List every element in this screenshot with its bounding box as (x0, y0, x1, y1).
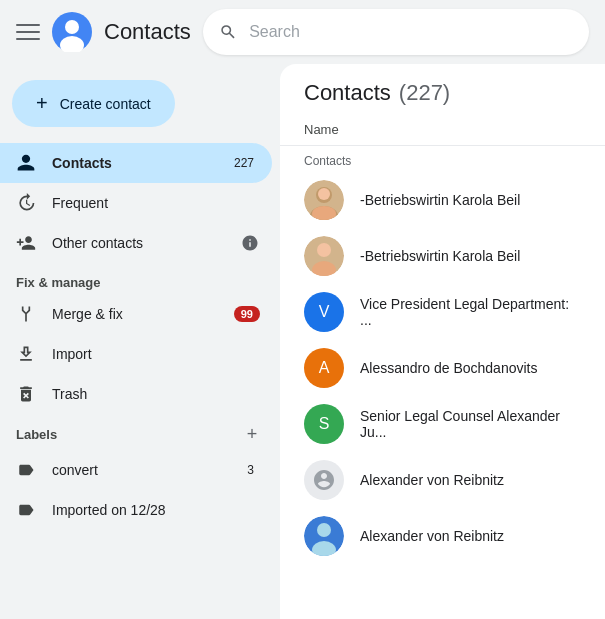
add-label-button[interactable]: + (240, 422, 264, 446)
app-title: Contacts (104, 19, 191, 45)
merge-icon (16, 304, 36, 324)
svg-point-9 (317, 243, 331, 257)
table-row[interactable]: -Betriebswirtin Karola Beil (280, 228, 605, 284)
app-logo (52, 12, 92, 52)
contact-name: Alexander von Reibnitz (360, 528, 504, 544)
create-contact-button[interactable]: + Create contact (12, 80, 175, 127)
contacts-count: (227) (399, 80, 450, 106)
person-icon (16, 153, 36, 173)
labels-title: Labels (16, 427, 240, 442)
sidebar: + Create contact Contacts 227 Frequent O… (0, 64, 280, 619)
table-row[interactable]: Alexander von Reibnitz (280, 508, 605, 564)
table-row[interactable]: Alexander von Reibnitz (280, 452, 605, 508)
convert-count: 3 (241, 461, 260, 479)
table-row[interactable]: S Senior Legal Counsel Alexander Ju... (280, 396, 605, 452)
create-contact-label: Create contact (60, 96, 151, 112)
table-row[interactable]: V Vice President Legal Department: ... (280, 284, 605, 340)
contact-name: -Betriebswirtin Karola Beil (360, 248, 520, 264)
convert-label: convert (52, 462, 225, 478)
import-icon (16, 344, 36, 364)
fix-manage-header: Fix & manage (0, 263, 280, 294)
main-layout: + Create contact Contacts 227 Frequent O… (0, 64, 605, 619)
sidebar-item-convert[interactable]: convert 3 (0, 450, 272, 490)
contacts-badge: 227 (228, 154, 260, 172)
content-title: Contacts (227) (280, 80, 605, 122)
sidebar-item-imported[interactable]: Imported on 12/28 (0, 490, 272, 530)
label-convert-icon (16, 460, 36, 480)
topbar: Contacts (0, 0, 605, 64)
plus-icon: + (36, 92, 48, 115)
table-row[interactable]: A Alessandro de Bochdanovits (280, 340, 605, 396)
contact-name: Alessandro de Bochdanovits (360, 360, 537, 376)
imported-label: Imported on 12/28 (52, 502, 260, 518)
download-person-icon (16, 233, 36, 253)
frequent-label: Frequent (52, 195, 260, 211)
contacts-title: Contacts (304, 80, 391, 106)
svg-point-12 (317, 523, 331, 537)
contacts-section-label: Contacts (280, 146, 605, 172)
table-row[interactable]: -Betriebswirtin Karola Beil (280, 172, 605, 228)
name-column-header: Name (280, 122, 605, 146)
topbar-left: Contacts (16, 12, 191, 52)
content-area: Contacts (227) Name Contacts -Betriebswi… (280, 64, 605, 619)
avatar: V (304, 292, 344, 332)
search-input[interactable] (249, 23, 573, 41)
avatar (304, 460, 344, 500)
contact-name: Alexander von Reibnitz (360, 472, 504, 488)
import-label: Import (52, 346, 260, 362)
sidebar-item-other-contacts[interactable]: Other contacts (0, 223, 272, 263)
avatar (304, 180, 344, 220)
other-contacts-label: Other contacts (52, 235, 224, 251)
merge-fix-label: Merge & fix (52, 306, 218, 322)
sidebar-item-contacts[interactable]: Contacts 227 (0, 143, 272, 183)
info-icon[interactable] (240, 233, 260, 253)
search-bar[interactable] (203, 9, 589, 55)
contact-name: Senior Legal Counsel Alexander Ju... (360, 408, 581, 440)
contact-name: -Betriebswirtin Karola Beil (360, 192, 520, 208)
sidebar-item-trash[interactable]: Trash (0, 374, 272, 414)
search-icon (219, 22, 237, 42)
sidebar-item-merge-fix[interactable]: Merge & fix 99 (0, 294, 272, 334)
contacts-label: Contacts (52, 155, 212, 171)
avatar: S (304, 404, 344, 444)
sidebar-item-import[interactable]: Import (0, 334, 272, 374)
frequent-icon (16, 193, 36, 213)
merge-fix-badge: 99 (234, 306, 260, 322)
trash-label: Trash (52, 386, 260, 402)
svg-point-6 (318, 188, 330, 200)
label-imported-icon (16, 500, 36, 520)
avatar (304, 236, 344, 276)
trash-icon (16, 384, 36, 404)
avatar: A (304, 348, 344, 388)
labels-section-header: Labels + (0, 414, 280, 450)
svg-point-1 (65, 20, 79, 34)
contact-name: Vice President Legal Department: ... (360, 296, 581, 328)
avatar (304, 516, 344, 556)
menu-icon[interactable] (16, 20, 40, 44)
sidebar-item-frequent[interactable]: Frequent (0, 183, 272, 223)
